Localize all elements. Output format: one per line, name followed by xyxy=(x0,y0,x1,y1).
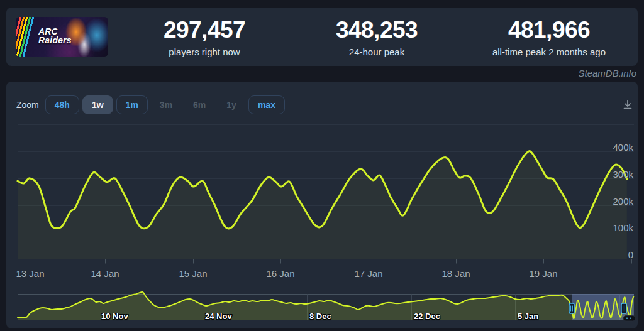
navigator-date-label-8-Dec: 8 Dec xyxy=(309,312,331,321)
y-axis-label-300k: 300k xyxy=(613,169,633,180)
game-logo: ARC Raiders xyxy=(38,27,72,45)
header-panel: ARC Raiders 297,457 players right now 34… xyxy=(6,8,638,66)
navigator-date-label-5-Jan: 5 Jan xyxy=(518,312,538,321)
zoom-button-6m: 6m xyxy=(184,95,214,114)
zoom-range-label: Zoom xyxy=(16,100,39,110)
y-axis-label-200k: 200k xyxy=(613,196,633,207)
zoom-button-max[interactable]: max xyxy=(248,95,285,114)
zoom-button-group: 48h1w1m3m6m1ymax xyxy=(45,95,288,114)
navigator-date-label-10-Nov: 10 Nov xyxy=(101,312,128,321)
zoom-button-48h[interactable]: 48h xyxy=(45,95,79,114)
stat-alltime-peak: 481,966 all-time peak 2 months ago xyxy=(463,8,635,66)
x-axis-label-18-Jan: 18 Jan xyxy=(441,268,470,279)
stat-24h-peak: 348,253 24-hour peak xyxy=(291,8,463,66)
game-logo-line1: ARC xyxy=(38,27,72,36)
current-players-label: players right now xyxy=(169,46,240,57)
download-button[interactable] xyxy=(621,99,634,111)
game-logo-line2: Raiders xyxy=(38,36,72,45)
x-axis-label-14-Jan: 14 Jan xyxy=(91,268,119,279)
peak-24h-value: 348,253 xyxy=(336,18,418,41)
download-icon xyxy=(621,99,634,111)
current-players-value: 297,457 xyxy=(164,18,245,41)
x-axis-label-13-Jan: 13 Jan xyxy=(16,268,44,279)
steamdb-app-chart-page: ARC Raiders 297,457 players right now 34… xyxy=(0,0,644,331)
stat-current-players: 297,457 players right now xyxy=(118,8,291,66)
game-banner[interactable]: ARC Raiders xyxy=(16,17,108,57)
alltime-peak-value: 481,966 xyxy=(508,18,590,41)
zoom-button-1w[interactable]: 1w xyxy=(82,95,113,114)
chart-toolbar: Zoom 48h1w1m3m6m1ymax xyxy=(10,95,634,114)
x-axis-label-17-Jan: 17 Jan xyxy=(354,268,382,279)
peak-24h-label: 24-hour peak xyxy=(349,46,404,57)
x-axis-label-16-Jan: 16 Jan xyxy=(266,268,294,279)
navigator-date-label-22-Dec: 22 Dec xyxy=(414,312,440,321)
steamdb-watermark: SteamDB.info xyxy=(578,68,636,79)
zoom-button-3m: 3m xyxy=(151,95,181,114)
x-axis-label-19-Jan: 19 Jan xyxy=(529,268,557,279)
zoom-button-1m[interactable]: 1m xyxy=(116,95,148,114)
player-stats: 297,457 players right now 348,253 24-hou… xyxy=(118,8,635,66)
y-axis-label-400k: 400k xyxy=(613,142,633,153)
zoom-button-1y: 1y xyxy=(218,95,245,114)
alltime-peak-label: all-time peak 2 months ago xyxy=(492,46,606,57)
y-axis-label-0: 0 xyxy=(628,249,633,260)
y-axis-label-100k: 100k xyxy=(613,222,633,233)
navigator-date-label-24-Nov: 24 Nov xyxy=(205,312,232,321)
x-axis-label-15-Jan: 15 Jan xyxy=(179,268,207,279)
chart-panel xyxy=(6,82,638,328)
